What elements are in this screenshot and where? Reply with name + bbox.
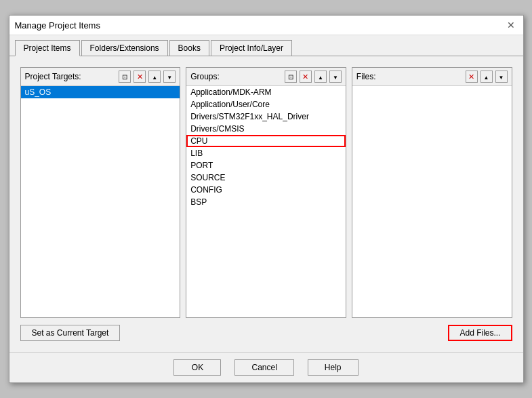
dialog-title: Manage Project Items (15, 20, 100, 31)
groups-new-btn[interactable] (285, 71, 297, 83)
list-item[interactable]: PORT (186, 159, 346, 172)
delete-icon (137, 73, 143, 81)
title-bar: Manage Project Items ✕ (9, 16, 523, 35)
down-icon (167, 73, 172, 81)
up-icon (484, 73, 489, 81)
tab-bar: Project Items Folders/Extensions Books P… (9, 35, 523, 56)
delete-icon (302, 73, 308, 81)
groups-del-btn[interactable] (300, 71, 312, 83)
tab-project-info-layer[interactable]: Project Info/Layer (211, 40, 292, 56)
list-item[interactable]: BSP (186, 196, 346, 208)
groups-list[interactable]: Application/MDK-ARM Application/User/Cor… (186, 86, 346, 317)
project-targets-header: Project Targets: (21, 68, 180, 86)
project-targets-column: Project Targets: uS_OS (20, 67, 181, 318)
close-button[interactable]: ✕ (504, 20, 518, 31)
project-targets-up-btn[interactable] (148, 71, 161, 83)
files-up-btn[interactable] (480, 71, 493, 83)
list-item[interactable]: Drivers/CMSIS (186, 123, 346, 135)
project-targets-new-btn[interactable] (119, 71, 131, 83)
list-item[interactable]: Application/MDK-ARM (186, 86, 346, 98)
project-targets-list[interactable]: uS_OS (21, 86, 180, 317)
up-icon (318, 73, 323, 81)
list-item[interactable]: uS_OS (21, 86, 180, 98)
bottom-actions: Set as Current Target Add Files... (20, 325, 512, 341)
list-item[interactable]: Application/User/Core (186, 98, 346, 111)
project-targets-label: Project Targets: (25, 72, 117, 81)
list-item[interactable]: SOURCE (186, 172, 346, 184)
add-files-area: Add Files... (448, 325, 512, 341)
add-files-button[interactable]: Add Files... (448, 325, 512, 341)
delete-icon (468, 73, 474, 81)
new-icon (122, 73, 127, 81)
tab-project-items[interactable]: Project Items (15, 40, 80, 56)
groups-down-btn[interactable] (329, 71, 342, 83)
list-item[interactable]: CONFIG (186, 184, 346, 196)
columns-area: Project Targets: uS_OS Groups: (20, 67, 512, 318)
files-column: Files: (352, 67, 512, 318)
list-item-cpu[interactable]: CPU (186, 135, 346, 147)
main-content: Project Targets: uS_OS Groups: (9, 56, 523, 352)
list-item[interactable]: LIB (186, 147, 346, 159)
files-del-btn[interactable] (466, 71, 478, 83)
tab-books[interactable]: Books (169, 40, 209, 56)
files-list[interactable] (352, 86, 512, 317)
footer: OK Cancel Help (9, 352, 523, 382)
project-targets-down-btn[interactable] (163, 71, 176, 83)
files-down-btn[interactable] (495, 71, 508, 83)
down-icon (499, 73, 504, 81)
files-header: Files: (352, 68, 512, 86)
help-button[interactable]: Help (308, 359, 359, 376)
groups-label: Groups: (190, 72, 282, 81)
groups-header: Groups: (186, 68, 346, 86)
project-targets-del-btn[interactable] (134, 71, 146, 83)
down-icon (333, 73, 338, 81)
up-icon (152, 73, 157, 81)
cancel-button[interactable]: Cancel (234, 359, 293, 376)
groups-up-btn[interactable] (314, 71, 327, 83)
tab-folders-extensions[interactable]: Folders/Extensions (81, 40, 168, 56)
manage-project-items-dialog: Manage Project Items ✕ Project Items Fol… (9, 15, 524, 383)
list-item[interactable]: Drivers/STM32F1xx_HAL_Driver (186, 111, 346, 123)
set-current-target-button[interactable]: Set as Current Target (20, 325, 121, 341)
groups-column: Groups: Application/MDK-ARM Application/… (186, 67, 346, 318)
ok-button[interactable]: OK (173, 359, 221, 376)
new-icon (288, 73, 293, 81)
files-label: Files: (356, 72, 463, 81)
